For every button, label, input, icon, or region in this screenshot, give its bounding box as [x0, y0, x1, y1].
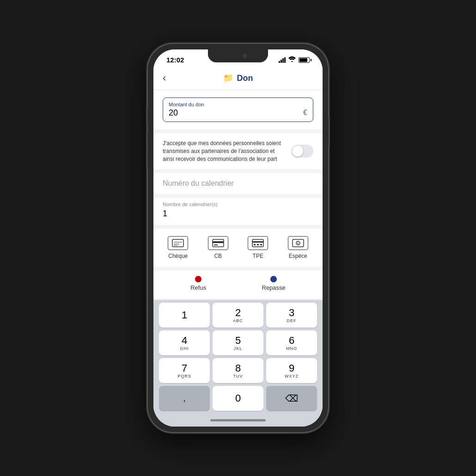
toggle-label: J'accepte que mes données personnelles s… — [163, 140, 286, 163]
tpe-icon — [248, 236, 268, 250]
repasse-dot — [270, 276, 277, 282]
phone-frame: 12:02 ‹ — [148, 44, 328, 432]
cheque-icon — [168, 236, 188, 250]
refus-button[interactable]: Refus — [190, 276, 206, 291]
montant-input[interactable]: Montant du don 20 € — [163, 98, 313, 122]
nombre-label: Nombre de calendrier(s) — [163, 201, 313, 207]
montant-label: Montant du don — [169, 102, 296, 107]
key-9[interactable]: 9 WXYZ — [266, 358, 317, 383]
calendar-input[interactable]: Numéro du calendrier — [153, 173, 323, 194]
svg-rect-1 — [172, 239, 183, 247]
back-button[interactable]: ‹ — [163, 72, 166, 84]
svg-point-0 — [291, 61, 293, 62]
svg-rect-9 — [252, 241, 263, 243]
keyboard-row-3: 7 PQRS 8 TUV 9 WXYZ — [155, 358, 321, 383]
key-8[interactable]: 8 TUV — [213, 358, 263, 383]
wifi-icon — [288, 56, 296, 63]
folder-icon: 📁 — [223, 73, 233, 83]
front-camera — [243, 54, 247, 58]
key-4[interactable]: 4 GHI — [159, 330, 210, 355]
key-6[interactable]: 6 MNO — [266, 330, 317, 355]
key-2[interactable]: 2 ABC — [213, 303, 263, 328]
repasse-label: Repasse — [262, 284, 286, 291]
espece-label: Espèce — [289, 253, 307, 259]
payment-cheque[interactable]: Chèque — [164, 236, 192, 259]
espece-icon: € — [288, 236, 308, 250]
key-comma[interactable]: , — [159, 386, 210, 411]
cb-icon — [208, 236, 228, 250]
key-0[interactable]: 0 — [213, 386, 263, 411]
refus-dot — [195, 276, 201, 282]
backspace-icon: ⌫ — [285, 393, 298, 404]
status-icons — [279, 56, 310, 63]
page-title: Don — [237, 73, 253, 83]
cb-label: CB — [214, 253, 222, 259]
toggle-knob — [292, 146, 303, 157]
key-5[interactable]: 5 JKL — [213, 330, 263, 355]
nombre-group[interactable]: Nombre de calendrier(s) 1 — [153, 198, 323, 225]
home-bar — [153, 414, 323, 427]
status-buttons: Refus Repasse — [153, 270, 323, 299]
payment-espece[interactable]: € Espèce — [284, 236, 312, 259]
key-1[interactable]: 1 — [159, 303, 210, 328]
app-content: ‹ 📁 Don Montant du don 20 € J'accepte qu… — [153, 67, 323, 300]
euro-suffix: € — [303, 109, 307, 117]
montant-form-section: Montant du don 20 € — [153, 90, 323, 129]
cheque-label: Chèque — [168, 253, 188, 259]
toggle-section: J'accepte que mes données personnelles s… — [153, 133, 323, 169]
svg-rect-10 — [254, 244, 256, 245]
svg-rect-6 — [213, 241, 224, 243]
home-indicator — [210, 419, 266, 421]
notch — [208, 49, 268, 62]
calendar-placeholder: Numéro du calendrier — [163, 179, 313, 188]
keyboard-row-2: 4 GHI 5 JKL 6 MNO — [155, 330, 321, 355]
battery-icon — [299, 57, 310, 63]
svg-rect-11 — [257, 244, 259, 245]
time-display: 12:02 — [166, 56, 184, 64]
payment-tpe[interactable]: TPE — [244, 236, 272, 259]
keyboard-row-4: , 0 ⌫ — [155, 386, 321, 411]
svg-rect-12 — [260, 244, 262, 245]
header-title-wrap: 📁 Don — [223, 73, 253, 83]
keyboard-row-1: 1 2 ABC 3 DEF — [155, 303, 321, 328]
toggle-switch[interactable] — [291, 145, 313, 158]
repasse-button[interactable]: Repasse — [262, 276, 286, 291]
phone-screen: 12:02 ‹ — [153, 49, 323, 427]
key-7[interactable]: 7 PQRS — [159, 358, 210, 383]
nombre-value: 1 — [163, 209, 313, 219]
payment-methods: Chèque CB — [153, 229, 323, 267]
key-3[interactable]: 3 DEF — [266, 303, 317, 328]
svg-rect-8 — [252, 239, 263, 247]
refus-label: Refus — [190, 284, 206, 291]
app-header: ‹ 📁 Don — [153, 67, 323, 90]
signal-icon — [279, 57, 286, 63]
numeric-keyboard: 1 2 ABC 3 DEF 4 GHI 5 JKL — [153, 300, 323, 414]
svg-text:€: € — [297, 242, 299, 245]
key-delete[interactable]: ⌫ — [266, 386, 317, 411]
payment-cb[interactable]: CB — [204, 236, 232, 259]
tpe-label: TPE — [253, 253, 263, 259]
montant-value[interactable]: 20 — [169, 108, 296, 118]
